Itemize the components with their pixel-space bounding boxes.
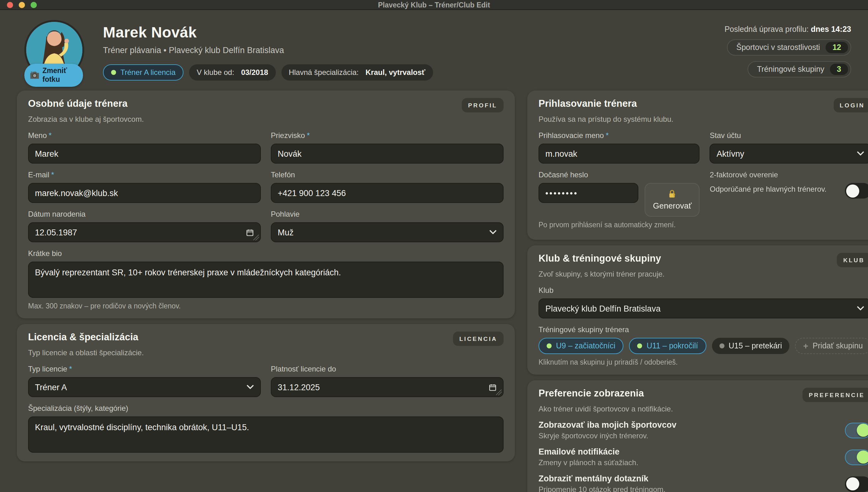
gender-label: Pohlavie — [271, 210, 504, 219]
card-title: Prihlasovanie trénera — [538, 98, 637, 109]
calendar-icon — [489, 383, 497, 391]
license-valid-label: Platnosť licencie do — [271, 365, 504, 373]
groups-count-badge: 3 — [830, 64, 848, 75]
avatar-wrap: Zmeniť fotku — [24, 20, 89, 80]
last-name-label: Priezvisko* — [271, 131, 504, 140]
app-window: Plavecký Klub – Tréner/Club Edit — [0, 0, 868, 492]
add-group-button[interactable]: + Pridať skupinu — [795, 338, 868, 354]
trainer-groups-label: Tréningové skupiny trénera — [538, 325, 868, 334]
account-status-select[interactable]: Aktívny — [710, 144, 868, 164]
last-edit: Posledná úprava profilu: dnes 14:23 — [725, 25, 851, 34]
main-specialization-badge: Hlavná špecializácia: Kraul, vytrvalosť — [281, 64, 433, 80]
camera-icon — [30, 71, 39, 79]
klub-tag: KLUB — [837, 253, 868, 267]
twofa-note: Odporúčané pre hlavných trénerov. — [710, 183, 839, 194]
preferencie-tag: PREFERENCIE — [803, 388, 868, 402]
left-column: Osobné údaje trénera PROFIL Zobrazia sa … — [17, 91, 515, 461]
group-chip-u9[interactable]: U9 – začiatočníci — [538, 338, 623, 354]
phone-label: Telefón — [271, 170, 504, 179]
pref-row-email-notifications: Emailové notifikácie Zmeny v plánoch a s… — [538, 447, 868, 467]
email-notifications-toggle[interactable] — [845, 449, 868, 465]
chevron-down-icon — [246, 385, 254, 390]
pref-row-mental-questionnaire: Zobraziť mentálny dotazník Pripomenie 10… — [538, 474, 868, 492]
required-mark: * — [307, 131, 310, 140]
email-label: E-mail* — [28, 170, 261, 179]
toggle-knob — [846, 477, 859, 490]
groups-count-pill[interactable]: Tréningové skupiny 3 — [747, 61, 851, 77]
pref-label: Zobraziť mentálny dotazník — [538, 474, 836, 483]
licencia-tag: LICENCIA — [453, 331, 504, 346]
pref-row-only-my-athletes: Zobrazovať iba mojich športovcov Skryje … — [538, 420, 868, 440]
first-name-input[interactable] — [28, 144, 261, 164]
profile-info: Marek Novák Tréner plávania • Plavecký k… — [103, 20, 433, 80]
card-subtitle: Ako tréner uvidí športovcov a notifikáci… — [538, 404, 868, 413]
profil-tag: PROFIL — [462, 98, 504, 113]
bio-textarea[interactable]: Bývalý reprezentant SR, 10+ rokov tréner… — [28, 262, 504, 298]
trainer-subtitle: Tréner plávania • Plavecký klub Delfín B… — [103, 46, 433, 55]
pref-note: Pripomenie 10 otázok pred tréningom. — [538, 485, 836, 492]
change-photo-button[interactable]: Zmeniť fotku — [24, 64, 83, 87]
group-chip-u15[interactable]: U15 – pretekári — [712, 338, 789, 354]
trainer-name: Marek Novák — [103, 24, 433, 41]
password-helper: Po prvom prihlásení sa automaticky zmení… — [538, 221, 700, 228]
member-since-badge: V klube od: 03/2018 — [189, 64, 276, 80]
plus-icon: + — [803, 341, 808, 351]
profile-meta: Posledná úprava profilu: dnes 14:23 Špor… — [725, 20, 851, 77]
required-mark: * — [606, 131, 608, 140]
temp-password-label: Dočasné heslo — [538, 170, 700, 179]
chevron-down-icon — [857, 306, 864, 311]
chevron-down-icon — [857, 151, 864, 156]
twofa-toggle[interactable] — [845, 183, 868, 199]
athletes-count-pill[interactable]: Športovci v starostlivosti 12 — [727, 39, 851, 55]
calendar-icon — [246, 228, 254, 236]
generate-password-button[interactable]: Generovať — [645, 183, 700, 217]
resize-grip — [496, 390, 502, 395]
window-title: Plavecký Klub – Tréner/Club Edit — [0, 1, 868, 8]
group-selected-dot — [547, 343, 552, 348]
resize-grip — [253, 235, 259, 240]
username-label: Prihlasovacie meno* — [538, 131, 700, 140]
group-chips: U9 – začiatočníci U11 – pokročilí U15 – … — [538, 338, 868, 354]
phone-input[interactable] — [271, 183, 504, 203]
club-label: Klub — [538, 286, 868, 295]
license-type-select[interactable]: Tréner A — [28, 377, 261, 397]
temp-password-input[interactable] — [538, 183, 639, 203]
email-input[interactable] — [28, 183, 261, 203]
profile-header: Zmeniť fotku Marek Novák Tréner plávania… — [17, 20, 851, 80]
specialization-textarea[interactable]: Kraul, vytrvalostné disciplíny, technika… — [28, 416, 504, 453]
dob-label: Dátum narodenia — [28, 210, 261, 219]
card-title: Klub & tréningové skupiny — [538, 253, 661, 264]
club-groups-card: Klub & tréningové skupiny KLUB Zvoľ skup… — [527, 245, 868, 375]
account-status-label: Stav účtu — [710, 131, 868, 140]
license-valid-date-input[interactable]: 31.12.2025 — [271, 377, 504, 397]
license-card: Licencia & špecializácia LICENCIA Typ li… — [17, 324, 515, 461]
bio-helper: Max. 300 znakov – pre rodičov a nových č… — [28, 302, 504, 310]
username-input[interactable] — [538, 144, 700, 164]
card-subtitle: Zvoľ skupiny, s ktorými tréner pracuje. — [538, 270, 868, 278]
group-unselected-dot — [719, 343, 724, 348]
card-subtitle: Typ licencie a oblasti špecializácie. — [28, 348, 504, 357]
toggle-knob — [857, 424, 868, 437]
change-photo-label: Zmeniť fotku — [43, 67, 67, 84]
dob-date-input[interactable]: 12.05.1987 — [28, 222, 261, 242]
last-name-input[interactable] — [271, 144, 504, 164]
main-grid: Osobné údaje trénera PROFIL Zobrazia sa … — [17, 91, 851, 492]
card-subtitle: Zobrazia sa v klube aj športovcom. — [28, 115, 504, 124]
display-preferences-card: Preferencie zobrazenia PREFERENCIE Ako t… — [527, 380, 868, 492]
pref-note: Skryje športovcov iných trénerov. — [538, 432, 836, 440]
gender-select[interactable]: Muž — [271, 222, 504, 242]
pref-label: Zobrazovať iba mojich športovcov — [538, 420, 836, 429]
toggle-knob — [846, 184, 859, 197]
required-mark: * — [51, 170, 54, 179]
club-select[interactable]: Plavecký klub Delfín Bratislava — [538, 298, 868, 318]
first-name-label: Meno* — [28, 131, 261, 140]
license-status-dot — [111, 70, 116, 75]
license-type-label: Typ licencie* — [28, 365, 261, 373]
group-chip-u11[interactable]: U11 – pokročilí — [629, 338, 706, 354]
mental-questionnaire-toggle[interactable] — [845, 476, 868, 492]
card-subtitle: Používa sa na prístup do systému klubu. — [538, 115, 868, 124]
card-title: Licencia & špecializácia — [28, 331, 138, 343]
license-badge[interactable]: Tréner A licencia — [103, 64, 184, 80]
only-my-athletes-toggle[interactable] — [845, 422, 868, 438]
trainer-badges: Tréner A licencia V klube od: 03/2018 Hl… — [103, 64, 433, 80]
